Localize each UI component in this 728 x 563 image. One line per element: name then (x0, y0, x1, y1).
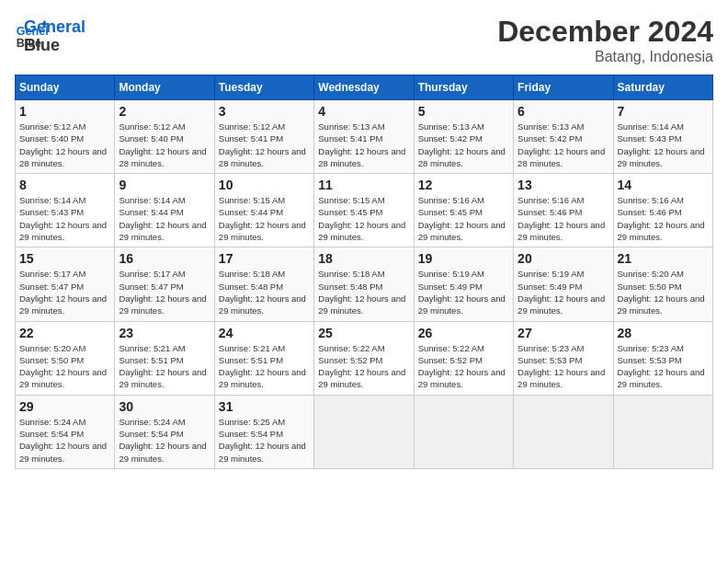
day-detail: Sunrise: 5:15 AM Sunset: 5:45 PM Dayligh… (318, 194, 409, 243)
day-number: 31 (219, 399, 310, 414)
calendar-header: SundayMondayTuesdayWednesdayThursdayFrid… (16, 75, 713, 100)
day-number: 5 (418, 104, 509, 119)
calendar-cell: 21 Sunrise: 5:20 AM Sunset: 5:50 PM Dayl… (613, 247, 712, 321)
day-number: 21 (618, 251, 709, 266)
weekday-sunday: Sunday (16, 75, 115, 100)
day-number: 16 (119, 251, 210, 266)
day-detail: Sunrise: 5:18 AM Sunset: 5:48 PM Dayligh… (318, 268, 409, 316)
day-number: 24 (219, 326, 310, 340)
calendar-cell: 27 Sunrise: 5:23 AM Sunset: 5:53 PM Dayl… (514, 321, 613, 395)
day-detail: Sunrise: 5:15 AM Sunset: 5:44 PM Dayligh… (219, 194, 310, 243)
day-detail: Sunrise: 5:24 AM Sunset: 5:54 PM Dayligh… (19, 416, 110, 465)
weekday-saturday: Saturday (613, 75, 712, 100)
calendar-cell: 8 Sunrise: 5:14 AM Sunset: 5:43 PM Dayli… (16, 174, 115, 247)
week-row-2: 8 Sunrise: 5:14 AM Sunset: 5:43 PM Dayli… (16, 174, 713, 247)
day-number: 15 (19, 251, 110, 266)
day-detail: Sunrise: 5:21 AM Sunset: 5:51 PM Dayligh… (219, 342, 310, 391)
location-title: Batang, Indonesia (497, 49, 713, 65)
day-number: 11 (318, 178, 409, 192)
calendar-cell (414, 395, 513, 468)
day-detail: Sunrise: 5:23 AM Sunset: 5:53 PM Dayligh… (618, 342, 709, 391)
calendar-cell: 31 Sunrise: 5:25 AM Sunset: 5:54 PM Dayl… (214, 395, 313, 468)
calendar-cell (613, 395, 712, 468)
day-number: 27 (518, 326, 609, 340)
week-row-1: 1 Sunrise: 5:12 AM Sunset: 5:40 PM Dayli… (16, 100, 713, 174)
day-number: 20 (518, 251, 609, 266)
week-row-4: 22 Sunrise: 5:20 AM Sunset: 5:50 PM Dayl… (16, 321, 713, 395)
calendar-cell: 30 Sunrise: 5:24 AM Sunset: 5:54 PM Dayl… (115, 395, 214, 468)
day-number: 18 (318, 251, 409, 266)
day-number: 23 (119, 326, 210, 340)
day-detail: Sunrise: 5:13 AM Sunset: 5:42 PM Dayligh… (418, 121, 509, 169)
calendar-cell: 5 Sunrise: 5:13 AM Sunset: 5:42 PM Dayli… (414, 100, 513, 174)
calendar-cell: 10 Sunrise: 5:15 AM Sunset: 5:44 PM Dayl… (214, 174, 313, 247)
weekday-thursday: Thursday (414, 75, 513, 100)
weekday-wednesday: Wednesday (314, 75, 414, 100)
day-detail: Sunrise: 5:16 AM Sunset: 5:45 PM Dayligh… (418, 194, 509, 243)
day-detail: Sunrise: 5:20 AM Sunset: 5:50 PM Dayligh… (618, 268, 709, 316)
calendar-cell: 14 Sunrise: 5:16 AM Sunset: 5:46 PM Dayl… (613, 174, 712, 247)
day-number: 6 (518, 104, 609, 119)
calendar-cell: 18 Sunrise: 5:18 AM Sunset: 5:48 PM Dayl… (314, 247, 414, 321)
day-detail: Sunrise: 5:16 AM Sunset: 5:46 PM Dayligh… (618, 194, 709, 243)
weekday-tuesday: Tuesday (214, 75, 313, 100)
day-detail: Sunrise: 5:17 AM Sunset: 5:47 PM Dayligh… (119, 268, 210, 316)
day-detail: Sunrise: 5:13 AM Sunset: 5:42 PM Dayligh… (518, 121, 609, 169)
weekday-header-row: SundayMondayTuesdayWednesdayThursdayFrid… (16, 75, 713, 100)
calendar-cell: 13 Sunrise: 5:16 AM Sunset: 5:46 PM Dayl… (514, 174, 613, 247)
calendar-cell: 9 Sunrise: 5:14 AM Sunset: 5:44 PM Dayli… (115, 174, 214, 247)
day-detail: Sunrise: 5:16 AM Sunset: 5:46 PM Dayligh… (518, 194, 609, 243)
calendar-cell: 22 Sunrise: 5:20 AM Sunset: 5:50 PM Dayl… (16, 321, 115, 395)
day-detail: Sunrise: 5:21 AM Sunset: 5:51 PM Dayligh… (119, 342, 210, 391)
day-number: 26 (418, 326, 509, 340)
day-detail: Sunrise: 5:14 AM Sunset: 5:43 PM Dayligh… (618, 121, 709, 169)
calendar-cell: 28 Sunrise: 5:23 AM Sunset: 5:53 PM Dayl… (613, 321, 712, 395)
calendar-cell (514, 395, 613, 468)
day-number: 7 (618, 104, 709, 119)
day-number: 28 (618, 326, 709, 340)
day-number: 14 (618, 178, 709, 192)
day-detail: Sunrise: 5:19 AM Sunset: 5:49 PM Dayligh… (518, 268, 609, 316)
calendar-table: SundayMondayTuesdayWednesdayThursdayFrid… (15, 75, 713, 469)
day-detail: Sunrise: 5:14 AM Sunset: 5:44 PM Dayligh… (119, 194, 210, 243)
day-number: 30 (119, 399, 210, 414)
day-number: 4 (318, 104, 409, 119)
day-number: 12 (418, 178, 509, 192)
day-detail: Sunrise: 5:17 AM Sunset: 5:47 PM Dayligh… (19, 268, 110, 316)
day-detail: Sunrise: 5:20 AM Sunset: 5:50 PM Dayligh… (19, 342, 110, 391)
day-detail: Sunrise: 5:19 AM Sunset: 5:49 PM Dayligh… (418, 268, 509, 316)
page-header: General Blue General Blue December 2024 … (15, 15, 713, 65)
calendar-cell: 1 Sunrise: 5:12 AM Sunset: 5:40 PM Dayli… (16, 100, 115, 174)
calendar-cell: 7 Sunrise: 5:14 AM Sunset: 5:43 PM Dayli… (613, 100, 712, 174)
day-detail: Sunrise: 5:18 AM Sunset: 5:48 PM Dayligh… (219, 268, 310, 316)
day-number: 19 (418, 251, 509, 266)
title-area: December 2024 Batang, Indonesia (497, 15, 713, 65)
day-number: 29 (19, 399, 110, 414)
day-number: 25 (318, 326, 409, 340)
calendar-cell: 26 Sunrise: 5:22 AM Sunset: 5:52 PM Dayl… (414, 321, 513, 395)
week-row-3: 15 Sunrise: 5:17 AM Sunset: 5:47 PM Dayl… (16, 247, 713, 321)
weekday-monday: Monday (115, 75, 214, 100)
day-detail: Sunrise: 5:24 AM Sunset: 5:54 PM Dayligh… (119, 416, 210, 465)
calendar-cell: 16 Sunrise: 5:17 AM Sunset: 5:47 PM Dayl… (115, 247, 214, 321)
day-number: 13 (518, 178, 609, 192)
calendar-cell: 12 Sunrise: 5:16 AM Sunset: 5:45 PM Dayl… (414, 174, 513, 247)
calendar-cell: 19 Sunrise: 5:19 AM Sunset: 5:49 PM Dayl… (414, 247, 513, 321)
calendar-cell: 11 Sunrise: 5:15 AM Sunset: 5:45 PM Dayl… (314, 174, 414, 247)
weekday-friday: Friday (514, 75, 613, 100)
day-number: 22 (19, 326, 110, 340)
day-detail: Sunrise: 5:22 AM Sunset: 5:52 PM Dayligh… (318, 342, 409, 391)
day-detail: Sunrise: 5:23 AM Sunset: 5:53 PM Dayligh… (518, 342, 609, 391)
day-detail: Sunrise: 5:12 AM Sunset: 5:41 PM Dayligh… (219, 121, 310, 169)
calendar-cell (314, 395, 414, 468)
day-number: 9 (119, 178, 210, 192)
day-detail: Sunrise: 5:22 AM Sunset: 5:52 PM Dayligh… (418, 342, 509, 391)
logo-text-general: General (24, 18, 85, 37)
week-row-5: 29 Sunrise: 5:24 AM Sunset: 5:54 PM Dayl… (16, 395, 713, 468)
day-detail: Sunrise: 5:12 AM Sunset: 5:40 PM Dayligh… (19, 121, 110, 169)
calendar-cell: 20 Sunrise: 5:19 AM Sunset: 5:49 PM Dayl… (514, 247, 613, 321)
day-detail: Sunrise: 5:14 AM Sunset: 5:43 PM Dayligh… (19, 194, 110, 243)
logo-text-blue: Blue (24, 37, 85, 55)
day-number: 8 (19, 178, 110, 192)
calendar-cell: 3 Sunrise: 5:12 AM Sunset: 5:41 PM Dayli… (214, 100, 313, 174)
